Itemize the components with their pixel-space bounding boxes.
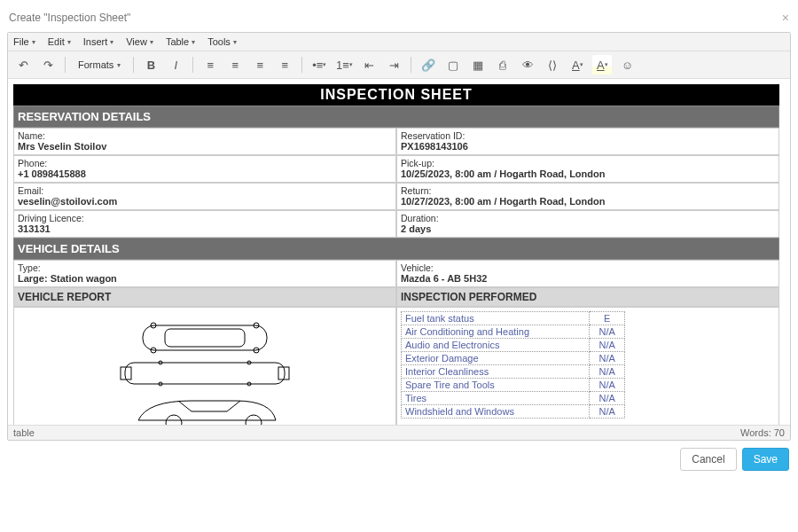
indent-icon[interactable]: ⇥ [384, 55, 403, 74]
align-right-icon[interactable]: ≡ [250, 55, 270, 74]
text-color-icon[interactable]: A▾ [567, 55, 587, 74]
status-path: table [13, 427, 35, 438]
bold-icon[interactable]: B [141, 55, 160, 74]
toolbar: ↶ ↷ Formats▾ B I ≡ ≡ ≡ ≡ •≡▾ 1≡▾ ⇤ ⇥ 🔗 ▢… [8, 51, 790, 79]
editor-content[interactable]: INSPECTION SHEET RESERVATION DETAILS Nam… [8, 79, 790, 425]
modal-title: Create "Inspection Sheet" [9, 12, 130, 24]
modal: Create "Inspection Sheet" × File▾ Edit▾ … [0, 0, 798, 480]
car-diagram-icon [90, 318, 320, 425]
field-pickup: Pick-up:10/25/2023, 8:00 am / Hogarth Ro… [396, 155, 779, 183]
emoticon-icon[interactable]: ☺ [617, 55, 637, 74]
table-row: Windshield and WindowsN/A [402, 405, 625, 419]
statusbar: table Words: 70 [8, 425, 790, 440]
svg-rect-1 [165, 329, 245, 347]
italic-icon[interactable]: I [166, 55, 185, 74]
redo-icon[interactable]: ↷ [38, 55, 58, 74]
field-type: Type:Large: Station wagon [13, 260, 396, 287]
svg-rect-11 [121, 367, 131, 379]
preview-icon[interactable]: 👁 [518, 55, 537, 74]
menu-view[interactable]: View▾ [126, 36, 153, 47]
word-count: Words: 70 [740, 427, 785, 438]
table-row: Fuel tank statusE [402, 312, 625, 325]
cancel-button[interactable]: Cancel [680, 448, 736, 471]
table-row: Audio and ElectronicsN/A [402, 339, 625, 352]
outdent-icon[interactable]: ⇤ [359, 55, 379, 74]
modal-footer: Cancel Save [7, 441, 791, 471]
inspection-label: Exterior Damage [402, 352, 590, 365]
separator [411, 57, 411, 73]
code-icon[interactable]: ⟨⟩ [543, 55, 562, 74]
field-reservation-id: Reservation ID:PX1698143106 [396, 128, 779, 155]
link-icon[interactable]: 🔗 [419, 55, 438, 74]
field-name: Name:Mrs Veselin Stoilov [13, 128, 396, 155]
table-row: Air Conditioning and HeatingN/A [402, 325, 625, 339]
table-row: Exterior DamageN/A [402, 352, 625, 365]
inspection-label: Interior Cleanliness [402, 365, 590, 379]
print-icon[interactable]: ⎙ [493, 55, 512, 74]
formats-dropdown[interactable]: Formats▾ [73, 57, 126, 73]
section-vehicle-report: VEHICLE REPORT [13, 287, 396, 307]
separator [133, 57, 134, 73]
field-vehicle: Vehicle:Mazda 6 - AB 5H32 [396, 260, 779, 287]
menu-insert[interactable]: Insert▾ [83, 36, 114, 47]
inspection-performed-pane: Fuel tank statusEAir Conditioning and He… [396, 307, 779, 425]
menu-file[interactable]: File▾ [13, 36, 35, 47]
inspection-value: N/A [590, 379, 625, 392]
editor-frame: File▾ Edit▾ Insert▾ View▾ Table▾ Tools▾ … [7, 32, 791, 441]
table-row: TiresN/A [402, 392, 625, 405]
table-row: Interior CleanlinessN/A [402, 365, 625, 379]
menu-tools[interactable]: Tools▾ [207, 36, 237, 47]
align-left-icon[interactable]: ≡ [200, 55, 220, 74]
field-duration: Duration:2 days [396, 210, 779, 238]
number-list-icon[interactable]: 1≡▾ [334, 55, 354, 74]
media-icon[interactable]: ▦ [468, 55, 488, 74]
close-icon[interactable]: × [782, 11, 789, 25]
field-licence: Driving Licence:313131 [13, 210, 396, 238]
section-reservation: RESERVATION DETAILS [13, 106, 779, 128]
table-row: Spare Tire and ToolsN/A [402, 379, 625, 392]
align-center-icon[interactable]: ≡ [225, 55, 245, 74]
image-icon[interactable]: ▢ [443, 55, 463, 74]
section-inspection-performed: INSPECTION PERFORMED [396, 287, 779, 307]
inspection-label: Audio and Electronics [402, 339, 590, 352]
inspection-value: N/A [590, 352, 625, 365]
inspection-value: N/A [590, 339, 625, 352]
sheet-title: INSPECTION SHEET [13, 84, 779, 106]
separator [192, 57, 193, 73]
save-button[interactable]: Save [742, 448, 789, 471]
separator [65, 57, 66, 73]
field-phone: Phone:+1 0898415888 [13, 155, 396, 183]
inspection-value: N/A [590, 405, 625, 419]
svg-rect-12 [278, 367, 289, 379]
field-return: Return:10/27/2023, 8:00 am / Hogarth Roa… [396, 183, 779, 210]
menu-table[interactable]: Table▾ [166, 36, 195, 47]
bg-color-icon[interactable]: A▾ [592, 55, 612, 74]
svg-rect-6 [125, 363, 285, 384]
section-vehicle: VEHICLE DETAILS [13, 238, 779, 260]
menu-edit[interactable]: Edit▾ [48, 36, 71, 47]
align-justify-icon[interactable]: ≡ [275, 55, 294, 74]
vehicle-report-pane [13, 307, 396, 425]
modal-header: Create "Inspection Sheet" × [7, 5, 791, 32]
separator [301, 57, 302, 73]
inspection-label: Spare Tire and Tools [402, 379, 590, 392]
inspection-label: Fuel tank status [402, 312, 590, 325]
inspection-label: Windshield and Windows [402, 405, 590, 419]
inspection-value: N/A [590, 392, 625, 405]
menubar: File▾ Edit▾ Insert▾ View▾ Table▾ Tools▾ [8, 33, 790, 51]
inspection-label: Air Conditioning and Heating [402, 325, 590, 339]
inspection-label: Tires [402, 392, 590, 405]
inspection-table: Fuel tank statusEAir Conditioning and He… [401, 311, 625, 419]
field-email: Email:veselin@stoilovi.com [13, 183, 396, 210]
inspection-value: N/A [590, 325, 625, 339]
inspection-value: N/A [590, 365, 625, 379]
undo-icon[interactable]: ↶ [13, 55, 33, 74]
inspection-value: E [590, 312, 625, 325]
bullet-list-icon[interactable]: •≡▾ [309, 55, 329, 74]
